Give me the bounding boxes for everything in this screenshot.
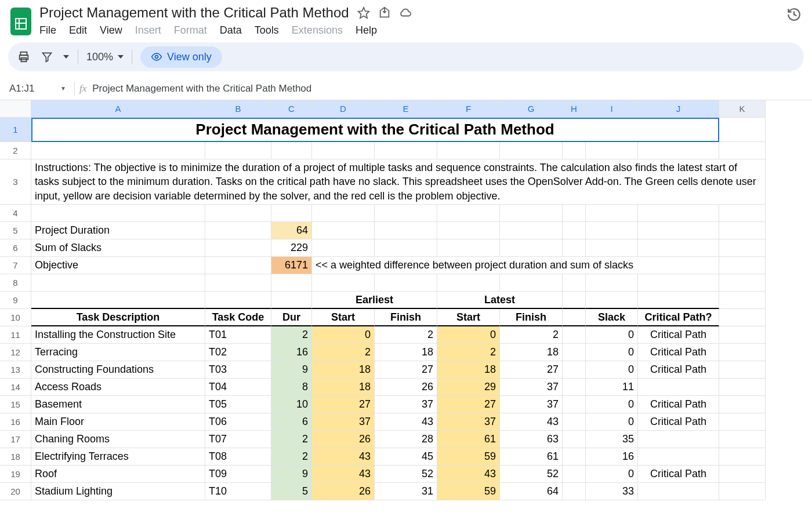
- cell-B13[interactable]: T03: [205, 361, 271, 379]
- print-icon[interactable]: [16, 49, 31, 64]
- cell-I14[interactable]: 11: [586, 379, 638, 396]
- row-header-11[interactable]: 11: [0, 326, 31, 344]
- row-header-14[interactable]: 14: [0, 379, 31, 396]
- cell-D19[interactable]: 43: [312, 466, 375, 483]
- cell-G12[interactable]: 18: [500, 344, 563, 361]
- cell-A11[interactable]: Installing the Construction Site: [31, 326, 205, 344]
- cell-H20[interactable]: [563, 483, 586, 500]
- cell-J10[interactable]: Critical Path?: [638, 309, 719, 326]
- row-header-1[interactable]: 1: [0, 118, 31, 142]
- cell-C16[interactable]: 6: [271, 413, 312, 431]
- cell-A6[interactable]: Sum of Slacks: [31, 239, 205, 257]
- cell-A3[interactable]: Instructions: The objective is to minimi…: [31, 159, 766, 205]
- row-header-12[interactable]: 12: [0, 344, 31, 361]
- row-header-2[interactable]: 2: [0, 142, 31, 159]
- cell-G10[interactable]: Finish: [500, 309, 563, 326]
- cell-G15[interactable]: 37: [500, 396, 563, 413]
- menu-format[interactable]: Format: [174, 24, 207, 37]
- cell-B18[interactable]: T08: [205, 448, 271, 466]
- row-header-19[interactable]: 19: [0, 466, 31, 483]
- cell-F15[interactable]: 27: [437, 396, 500, 413]
- cell-A16[interactable]: Main Floor: [31, 413, 205, 431]
- cell-C14[interactable]: 8: [271, 379, 312, 396]
- cell-K5[interactable]: [719, 222, 766, 239]
- cell-J17[interactable]: [638, 431, 719, 448]
- cell-K4[interactable]: [719, 205, 766, 222]
- cell-A2[interactable]: [31, 142, 205, 159]
- cell-F10[interactable]: Start: [437, 309, 500, 326]
- cell-B11[interactable]: T01: [205, 326, 271, 344]
- menu-insert[interactable]: Insert: [135, 24, 161, 37]
- cell-A10[interactable]: Task Description: [31, 309, 205, 326]
- col-header-A[interactable]: A: [31, 100, 205, 118]
- filter-icon[interactable]: [39, 49, 55, 64]
- cell-B17[interactable]: T07: [205, 431, 271, 448]
- cell-J5[interactable]: [638, 222, 719, 239]
- cell-E4[interactable]: [375, 205, 437, 222]
- cell-I13[interactable]: 0: [586, 361, 638, 379]
- cell-J13[interactable]: Critical Path: [638, 361, 719, 379]
- cell-I17[interactable]: 35: [586, 431, 638, 448]
- cell-D8[interactable]: [312, 274, 375, 292]
- select-all-corner[interactable]: [0, 100, 31, 118]
- cell-J15[interactable]: Critical Path: [638, 396, 719, 413]
- col-header-H[interactable]: H: [563, 100, 586, 118]
- cell-A14[interactable]: Access Roads: [31, 379, 205, 396]
- cell-I20[interactable]: 33: [586, 483, 638, 500]
- cell-B19[interactable]: T09: [205, 466, 271, 483]
- cell-H12[interactable]: [563, 344, 586, 361]
- cell-K7[interactable]: [719, 257, 766, 274]
- cell-I15[interactable]: 0: [586, 396, 638, 413]
- cell-H10[interactable]: [563, 309, 586, 326]
- cell-K1[interactable]: [719, 118, 766, 142]
- cell-J18[interactable]: [638, 448, 719, 466]
- cell-G16[interactable]: 43: [500, 413, 563, 431]
- cell-K14[interactable]: [719, 379, 766, 396]
- cell-A9[interactable]: [31, 292, 205, 309]
- cell-J6[interactable]: [638, 239, 719, 257]
- cell-I12[interactable]: 0: [586, 344, 638, 361]
- cell-D5[interactable]: [312, 222, 375, 239]
- cell-H17[interactable]: [563, 431, 586, 448]
- col-header-D[interactable]: D: [312, 100, 375, 118]
- cell-G13[interactable]: 27: [500, 361, 563, 379]
- doc-title[interactable]: Project Management with the Critical Pat…: [39, 5, 349, 21]
- cell-E15[interactable]: 37: [375, 396, 437, 413]
- cell-E2[interactable]: [375, 142, 437, 159]
- cell-D17[interactable]: 26: [312, 431, 375, 448]
- cell-D11[interactable]: 0: [312, 326, 375, 344]
- col-header-I[interactable]: I: [586, 100, 638, 118]
- row-header-18[interactable]: 18: [0, 448, 31, 466]
- cell-A4[interactable]: [31, 205, 205, 222]
- cell-C19[interactable]: 9: [271, 466, 312, 483]
- cell-F2[interactable]: [437, 142, 500, 159]
- cell-F17[interactable]: 61: [437, 431, 500, 448]
- cell-E11[interactable]: 2: [375, 326, 437, 344]
- cell-K20[interactable]: [719, 483, 766, 500]
- cell-E17[interactable]: 28: [375, 431, 437, 448]
- cell-G6[interactable]: [500, 239, 563, 257]
- cell-G11[interactable]: 2: [500, 326, 563, 344]
- cell-J16[interactable]: Critical Path: [638, 413, 719, 431]
- cell-H15[interactable]: [563, 396, 586, 413]
- cell-H6[interactable]: [563, 239, 586, 257]
- cell-A19[interactable]: Roof: [31, 466, 205, 483]
- cell-C10[interactable]: Dur: [271, 309, 312, 326]
- col-header-J[interactable]: J: [638, 100, 719, 118]
- cell-B20[interactable]: T10: [205, 483, 271, 500]
- cell-F14[interactable]: 29: [437, 379, 500, 396]
- cell-E13[interactable]: 27: [375, 361, 437, 379]
- sheets-logo[interactable]: [9, 7, 32, 36]
- menu-data[interactable]: Data: [220, 24, 242, 37]
- cell-F9[interactable]: Latest: [437, 292, 563, 309]
- cell-B8[interactable]: [205, 274, 271, 292]
- view-only-pill[interactable]: View only: [140, 46, 222, 68]
- cell-E5[interactable]: [375, 222, 437, 239]
- cell-D4[interactable]: [312, 205, 375, 222]
- cell-H18[interactable]: [563, 448, 586, 466]
- cell-K6[interactable]: [719, 239, 766, 257]
- cell-H13[interactable]: [563, 361, 586, 379]
- cell-K10[interactable]: [719, 309, 766, 326]
- menu-view[interactable]: View: [100, 24, 122, 37]
- cell-E8[interactable]: [375, 274, 437, 292]
